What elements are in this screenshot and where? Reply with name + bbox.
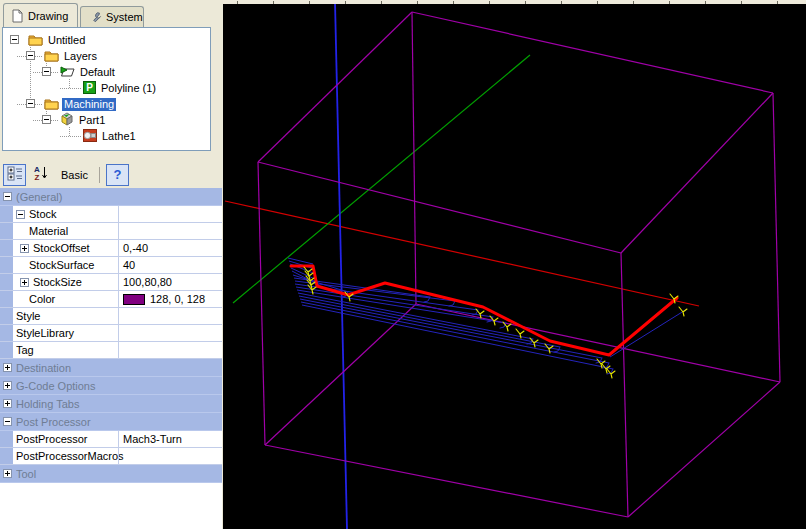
part-icon	[60, 112, 74, 128]
alphabetical-sort-button[interactable]: AZ	[29, 164, 52, 186]
roughing-pass	[302, 305, 613, 369]
tree-item-lathe1[interactable]: Lathe1	[83, 128, 138, 144]
direction-marker	[679, 307, 687, 316]
expand-glyph[interactable]	[20, 244, 29, 253]
property-row-material[interactable]: Material	[0, 223, 222, 240]
property-value[interactable]	[118, 308, 222, 324]
tree-expand-toggle[interactable]	[42, 67, 51, 76]
property-row-postprocessor[interactable]: PostProcessorMach3-Turn	[0, 431, 222, 448]
tab-system[interactable]: System	[80, 6, 144, 27]
roughing-pass	[288, 258, 313, 264]
ruler-tick	[597, 1, 598, 4]
property-value[interactable]	[118, 223, 222, 239]
tree-expand-toggle[interactable]	[26, 99, 35, 108]
expand-glyph[interactable]	[3, 363, 12, 372]
property-value[interactable]	[118, 448, 222, 464]
property-value[interactable]: 40	[118, 257, 222, 273]
scene-canvas[interactable]	[223, 0, 806, 529]
expand-glyph[interactable]	[16, 210, 25, 219]
folder-icon	[44, 49, 59, 64]
property-value[interactable]: 128, 0, 128	[118, 291, 222, 307]
property-value[interactable]	[118, 206, 222, 222]
tree-item-machining[interactable]: Machining	[44, 96, 116, 112]
ruler-tick	[237, 1, 238, 4]
svg-text:Z: Z	[34, 173, 39, 181]
tree-connector	[60, 136, 81, 137]
tree-connector	[60, 88, 81, 89]
tab-drawing[interactable]: Drawing	[3, 3, 78, 27]
property-category-holding-tabs[interactable]: Holding Tabs	[0, 395, 222, 413]
property-category-g-code-options[interactable]: G-Code Options	[0, 377, 222, 395]
ruler-tick	[309, 1, 310, 4]
ruler-tick	[381, 1, 382, 4]
property-value[interactable]	[118, 325, 222, 341]
color-swatch[interactable]	[123, 294, 145, 305]
expand-glyph[interactable]	[3, 469, 12, 478]
indent-strip	[0, 448, 13, 464]
property-row-stock[interactable]: Stock	[0, 206, 222, 223]
stock-box-edge	[773, 93, 780, 382]
tree-expand-toggle[interactable]	[26, 51, 35, 60]
property-value-text: Mach3-Turn	[123, 433, 182, 445]
expand-glyph[interactable]	[3, 417, 12, 426]
property-value-text: 0,-40	[123, 242, 148, 254]
indent-strip	[0, 206, 13, 222]
property-row-stylelibrary[interactable]: StyleLibrary	[0, 325, 222, 342]
folder-icon	[44, 97, 59, 112]
ruler-tick	[273, 1, 274, 4]
stock-box-edge	[412, 12, 416, 304]
sort-az-icon: AZ	[33, 165, 49, 185]
property-row-postprocessormacros[interactable]: PostProcessorMacros	[0, 448, 222, 465]
property-row-stockoffset[interactable]: StockOffset0,-40	[0, 240, 222, 257]
indent-strip	[0, 342, 13, 358]
tree-item-part1[interactable]: Part1	[60, 112, 107, 128]
property-category--general-[interactable]: (General)	[0, 188, 222, 206]
tree-expand-toggle[interactable]	[42, 115, 51, 124]
tree-item-label: Default	[78, 66, 117, 79]
drawing-tree[interactable]: UntitledLayersDefaultPPolyline (1)Machin…	[2, 27, 211, 151]
property-value-text: 128, 0, 128	[150, 293, 205, 305]
tree-item-label: Lathe1	[100, 130, 138, 143]
property-name: Destination	[16, 359, 222, 376]
expand-glyph[interactable]	[3, 399, 12, 408]
tree-item-default[interactable]: Default	[60, 64, 117, 80]
stock-box-edge	[265, 445, 628, 517]
viewport-3d[interactable]	[223, 0, 806, 529]
categorized-view-button[interactable]	[3, 164, 26, 186]
ruler-tick	[669, 1, 670, 4]
property-value[interactable]: Mach3-Turn	[118, 431, 222, 447]
panel-tabstrip: DrawingSystem	[0, 0, 223, 27]
property-row-color[interactable]: Color128, 0, 128	[0, 291, 222, 308]
expand-glyph[interactable]	[3, 381, 12, 390]
stock-box-edge	[621, 93, 773, 253]
roughing-pass	[299, 296, 560, 347]
toolbar-separator	[99, 167, 100, 183]
tree-item-untitled[interactable]: Untitled	[28, 32, 87, 48]
property-row-stocksize[interactable]: StockSize100,80,80	[0, 274, 222, 291]
expand-glyph[interactable]	[20, 278, 29, 287]
expand-glyph[interactable]	[3, 192, 12, 201]
layer-icon	[60, 65, 75, 80]
property-category-post-processor[interactable]: Post Processor	[0, 413, 222, 431]
leadout-line	[610, 309, 687, 357]
ruler-tick	[561, 1, 562, 4]
property-row-style[interactable]: Style	[0, 308, 222, 325]
property-value[interactable]: 100,80,80	[118, 274, 222, 290]
property-category-destination[interactable]: Destination	[0, 359, 222, 377]
tab-label: System	[106, 11, 143, 23]
property-value[interactable]	[118, 342, 222, 358]
document-icon	[11, 9, 24, 23]
pass-end-hook	[449, 301, 455, 306]
tree-item-layers[interactable]: Layers	[44, 48, 99, 64]
application-window: DrawingSystem UntitledLayersDefaultPPoly…	[0, 0, 806, 529]
indent-strip	[0, 257, 13, 273]
property-name: (General)	[16, 188, 222, 205]
tree-expand-toggle[interactable]	[10, 35, 19, 44]
tree-item-polyline-1-[interactable]: PPolyline (1)	[83, 80, 158, 96]
property-row-stocksurface[interactable]: StockSurface40	[0, 257, 222, 274]
help-button[interactable]: ?	[106, 164, 129, 186]
property-row-tag[interactable]: Tag	[0, 342, 222, 359]
property-value[interactable]: 0,-40	[118, 240, 222, 256]
property-category-tool[interactable]: Tool	[0, 465, 222, 483]
ruler-tick	[453, 1, 454, 4]
